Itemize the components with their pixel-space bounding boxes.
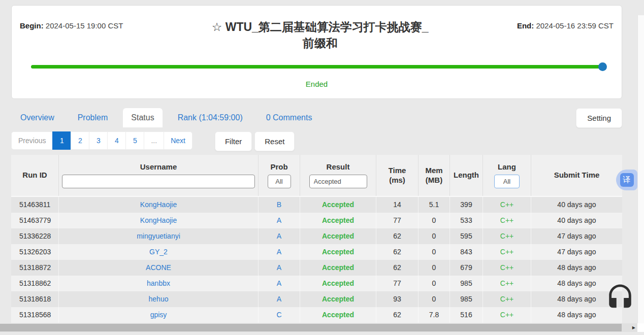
result-link[interactable]: Accepted xyxy=(300,291,376,307)
username-link[interactable]: KongHaojie xyxy=(58,213,258,228)
table-body: 51463811 KongHaojie B Accepted 14 5.1 39… xyxy=(11,197,622,323)
tab-overview[interactable]: Overview xyxy=(12,108,62,127)
translate-icon: 译 xyxy=(620,173,634,187)
header-time: Time (ms) xyxy=(376,155,418,196)
tab-problem[interactable]: Problem xyxy=(70,108,116,127)
pagination-page-5[interactable]: 5 xyxy=(125,131,144,150)
length-cell: 516 xyxy=(449,307,482,323)
result-link[interactable]: Accepted xyxy=(300,260,376,276)
table-row: 51318568 gpisy C Accepted 62 7.8 516 C++… xyxy=(11,307,622,323)
pagination-page-3[interactable]: 3 xyxy=(89,131,108,150)
pagination-previous[interactable]: Previous xyxy=(11,131,53,150)
run-id-cell: 51318862 xyxy=(11,276,58,291)
result-link[interactable]: Accepted xyxy=(300,307,376,323)
pagination-page-4[interactable]: 4 xyxy=(107,131,126,150)
time-cell: 14 xyxy=(376,197,418,213)
header-prob-label: Prob xyxy=(270,162,287,172)
result-filter-input[interactable] xyxy=(309,175,367,188)
time-cell: 62 xyxy=(376,307,418,323)
time-cell: 77 xyxy=(376,276,418,291)
header-lang-label: Lang xyxy=(498,162,516,172)
username-link[interactable]: hanbbx xyxy=(58,276,258,291)
header-username-label: Username xyxy=(140,162,177,172)
problem-link[interactable]: A xyxy=(258,291,300,307)
contest-progress-bar xyxy=(31,65,604,69)
length-cell: 679 xyxy=(449,260,482,276)
time-cell: 62 xyxy=(376,244,418,260)
length-cell: 399 xyxy=(449,197,482,213)
problem-link[interactable]: A xyxy=(258,276,300,291)
time-cell: 93 xyxy=(376,291,418,307)
lang-cell: C++ xyxy=(482,276,531,291)
vertical-scrollbar-track[interactable] xyxy=(637,15,644,323)
result-link[interactable]: Accepted xyxy=(300,244,376,260)
username-link[interactable]: hehuo xyxy=(58,291,258,307)
lang-filter-input[interactable] xyxy=(494,175,520,188)
submit-time-cell: 40 days ago xyxy=(531,213,622,228)
reset-button[interactable]: Reset xyxy=(254,131,295,151)
username-filter-input[interactable] xyxy=(62,175,255,188)
problem-link[interactable]: C xyxy=(258,307,300,323)
table-header: Run ID Username Prob Result Time (ms) Me… xyxy=(11,155,622,197)
problem-link[interactable]: B xyxy=(258,197,300,213)
contest-title: ☆ WTU_第二届基础算法学习打卡挑战赛_前缀和 xyxy=(211,19,429,51)
pagination-next[interactable]: Next xyxy=(164,131,192,150)
problem-link[interactable]: A xyxy=(258,260,300,276)
scroll-right-arrow-icon[interactable]: ▶ xyxy=(632,325,635,330)
username-link[interactable]: ACONE xyxy=(58,260,258,276)
result-link[interactable]: Accepted xyxy=(300,276,376,291)
headphones-icon[interactable] xyxy=(605,283,635,313)
pagination-ellipsis[interactable]: ... xyxy=(144,131,164,150)
begin-time: Begin: 2024-05-15 19:00 CST xyxy=(20,19,123,30)
scrollbar-corner xyxy=(637,323,644,332)
header-lang: Lang xyxy=(482,155,531,196)
pagination-page-2[interactable]: 2 xyxy=(71,131,89,150)
length-cell: 533 xyxy=(449,213,482,228)
contest-status-text: Ended xyxy=(12,80,622,88)
setting-button[interactable]: Setting xyxy=(576,108,622,128)
pagination-page-1[interactable]: 1 xyxy=(52,131,71,150)
tab-comments[interactable]: 0 Comments xyxy=(258,108,320,127)
tab-rank[interactable]: Rank (1:04:59:00) xyxy=(170,108,251,127)
table-row: 51463779 KongHaojie A Accepted 77 0 533 … xyxy=(11,213,622,228)
username-link[interactable]: GY_2 xyxy=(58,244,258,260)
horizontal-scrollbar-thumb[interactable] xyxy=(0,324,622,331)
username-link[interactable]: gpisy xyxy=(58,307,258,323)
tab-status[interactable]: Status xyxy=(123,108,162,127)
time-cell: 62 xyxy=(376,260,418,276)
prob-filter-input[interactable] xyxy=(268,175,291,188)
submit-time-cell: 47 days ago xyxy=(531,244,622,260)
submit-time-cell: 40 days ago xyxy=(531,197,622,213)
header-submit-time: Submit Time xyxy=(531,155,622,196)
lang-cell: C++ xyxy=(482,244,531,260)
table-row: 51318618 hehuo A Accepted 93 0 985 C++ 4… xyxy=(11,291,622,307)
lang-cell: C++ xyxy=(482,197,531,213)
header-submit-time-label: Submit Time xyxy=(554,171,600,180)
end-time: End: 2024-05-16 23:59 CST xyxy=(517,19,614,30)
horizontal-scrollbar[interactable]: ▶ xyxy=(0,323,644,332)
header-length-label: Length xyxy=(454,171,479,180)
time-cell: 62 xyxy=(376,228,418,244)
username-link[interactable]: mingyuetianyi xyxy=(58,228,258,244)
table-row: 51326203 GY_2 A Accepted 62 0 843 C++ 47… xyxy=(11,244,622,260)
end-value: 2024-05-16 23:59 CST xyxy=(536,21,614,30)
contest-progress-knob[interactable] xyxy=(598,62,607,71)
tab-bar: Overview Problem Status Rank (1:04:59:00… xyxy=(12,108,327,127)
table-row: 51336228 mingyuetianyi A Accepted 62 0 5… xyxy=(11,228,622,244)
result-link[interactable]: Accepted xyxy=(300,197,376,213)
lang-cell: C++ xyxy=(482,260,531,276)
mem-cell: 0 xyxy=(418,291,449,307)
filter-button[interactable]: Filter xyxy=(215,131,252,151)
result-link[interactable]: Accepted xyxy=(300,228,376,244)
translate-fab[interactable]: 译 xyxy=(616,170,637,190)
result-link[interactable]: Accepted xyxy=(300,213,376,228)
header-mem: Mem (MB) xyxy=(418,155,449,196)
header-run-id: Run ID xyxy=(11,155,58,196)
problem-link[interactable]: A xyxy=(258,244,300,260)
username-link[interactable]: KongHaojie xyxy=(58,197,258,213)
mem-cell: 0 xyxy=(418,244,449,260)
mem-cell: 5.1 xyxy=(418,197,449,213)
problem-link[interactable]: A xyxy=(258,213,300,228)
end-label: End: xyxy=(517,21,534,30)
problem-link[interactable]: A xyxy=(258,228,300,244)
